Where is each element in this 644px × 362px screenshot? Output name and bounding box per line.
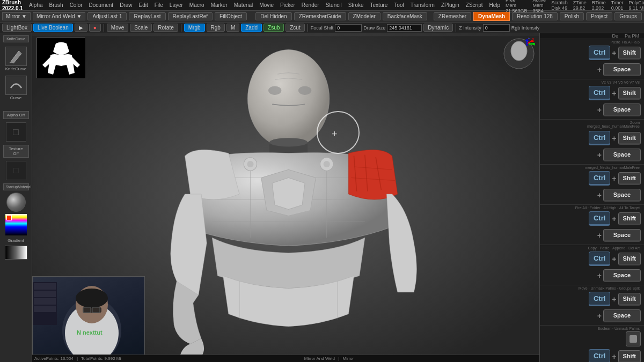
replay-last-ref-btn[interactable]: ReplayLastRef <box>168 12 213 20</box>
zcut-btn[interactable]: Zcut <box>286 24 304 32</box>
startup-material-btn[interactable]: StartupMaterial <box>3 183 29 190</box>
zadd-btn[interactable]: Zadd <box>241 24 262 32</box>
ctrl-key-2[interactable]: Ctrl <box>589 86 610 100</box>
ctrl-key-1[interactable]: Ctrl <box>589 46 610 60</box>
menu-render[interactable]: Render <box>299 2 322 9</box>
menu-file[interactable]: File <box>152 2 166 9</box>
space-key-1[interactable]: Space <box>603 63 641 76</box>
alpha-off-btn[interactable]: Alpha Off <box>3 111 29 119</box>
gradient-swatch[interactable] <box>5 246 27 260</box>
menu-layer[interactable]: Layer <box>167 2 186 9</box>
resolution-btn[interactable]: Resolution 128 <box>512 12 558 20</box>
space-key-3[interactable]: Space <box>603 149 641 161</box>
zmodeler-btn[interactable]: ZModeler <box>348 12 380 20</box>
rec-btn[interactable]: ● <box>89 24 101 32</box>
draw-size-input[interactable] <box>387 24 422 32</box>
shift-key-7[interactable]: Shift <box>618 293 641 306</box>
de-btn[interactable]: De <box>609 33 621 39</box>
mirror-dropdown[interactable]: Mirror ▼ <box>2 12 31 20</box>
curve-brush[interactable]: Curve <box>2 75 30 101</box>
texture-off-btn[interactable]: Texture Off <box>3 145 29 158</box>
menu-help[interactable]: Help <box>487 2 503 9</box>
lightbox-btn[interactable]: LightBox <box>2 24 32 32</box>
polish-btn[interactable]: Polish <box>560 12 584 20</box>
space-key-2[interactable]: Space <box>603 104 641 116</box>
pa-pm-btn[interactable]: Pa PM <box>622 33 642 39</box>
del-hidden-btn[interactable]: Del Hidden <box>255 12 291 20</box>
menu-texture[interactable]: Texture <box>368 2 391 9</box>
play-btn[interactable]: ▶ <box>75 24 87 32</box>
menu-color[interactable]: Color <box>67 2 85 9</box>
ctrl-key-4[interactable]: Ctrl <box>589 171 610 186</box>
menu-brush[interactable]: Brush <box>47 2 66 9</box>
menu-document[interactable]: Document <box>86 2 116 9</box>
zremesher-btn[interactable]: ZRemesher <box>434 12 471 20</box>
shift-key-1[interactable]: Shift <box>618 47 641 60</box>
menu-transform[interactable]: Transform <box>408 2 437 9</box>
menu-stroke[interactable]: Stroke <box>346 2 367 9</box>
ctrl-key-7[interactable]: Ctrl <box>589 292 610 306</box>
fill-object-btn[interactable]: FillObject <box>215 12 247 20</box>
menu-alpha[interactable]: Alpha <box>26 2 46 9</box>
lightbox-btn[interactable]: KnifeCurve <box>3 35 29 42</box>
plus-space-6: + <box>597 271 602 280</box>
menu-material[interactable]: Material <box>231 2 256 9</box>
dynamic-btn[interactable]: Dynamic <box>423 24 453 32</box>
shift-key-6[interactable]: Shift <box>618 253 641 265</box>
zremesher-guide-btn[interactable]: ZRemesherGuide <box>294 12 346 20</box>
plus-space-2: + <box>597 106 602 114</box>
mirror-and-weld-dropdown[interactable]: Mirror And Weld ▼ <box>33 12 85 20</box>
knife-curve-brush[interactable]: KnifeCurve <box>2 46 30 72</box>
shift-key-5[interactable]: Shift <box>618 212 641 225</box>
shift-key-3[interactable]: Shift <box>618 132 641 145</box>
v-labels: V2 V3 V4 V5 V6 V7 V8 <box>601 80 640 84</box>
ctrl-key-5[interactable]: Ctrl <box>589 211 610 226</box>
color-swatch[interactable] <box>5 214 27 235</box>
ctrl-key-6[interactable]: Ctrl <box>589 252 610 266</box>
menu-picker[interactable]: Picker <box>277 2 298 9</box>
boolean-icon[interactable] <box>626 331 641 346</box>
adjust-last-btn[interactable]: AdjustLast 1 <box>87 12 127 20</box>
ctrl-key-8[interactable]: Ctrl <box>589 349 610 362</box>
shift-key-8[interactable]: Shift <box>618 350 641 363</box>
zsub-btn[interactable]: Zsub <box>264 24 284 32</box>
gradient-label: Gradient <box>8 238 24 243</box>
canvas-area[interactable]: + X Y Z <box>32 33 539 362</box>
focal-shift-input[interactable] <box>335 24 362 32</box>
replay-last-btn[interactable]: ReplayLast <box>129 12 165 20</box>
material-sphere[interactable] <box>6 193 26 212</box>
dynameshed-btn[interactable]: DynaMesh <box>473 12 510 21</box>
texture-preview: □ <box>6 161 26 180</box>
scale-btn[interactable]: Scale <box>130 24 152 32</box>
ctrl-key-3[interactable]: Ctrl <box>589 131 610 145</box>
project-btn[interactable]: Project <box>586 12 612 20</box>
menu-macro[interactable]: Macro <box>187 2 207 9</box>
groups-btn[interactable]: Groups <box>614 12 642 20</box>
rotate-btn[interactable]: Rotate <box>153 24 178 32</box>
backface-mask-btn[interactable]: BackfaceMask <box>383 12 427 20</box>
menu-stencil[interactable]: Stencil <box>323 2 345 9</box>
menu-marker[interactable]: Marker <box>208 2 230 9</box>
menu-zscript[interactable]: ZScript <box>463 2 486 9</box>
live-boolean-btn[interactable]: Live Boolean <box>33 24 73 32</box>
rgb-btn[interactable]: Rgb <box>207 24 225 32</box>
viewport[interactable]: + X Y Z <box>32 33 539 362</box>
menu-draw[interactable]: Draw <box>117 2 135 9</box>
menu-edit[interactable]: Edit <box>136 2 150 9</box>
menu-zplugin[interactable]: ZPlugin <box>438 2 462 9</box>
z-intensity-input[interactable] <box>483 24 510 32</box>
space-key-4[interactable]: Space <box>603 189 641 202</box>
space-key-6[interactable]: Space <box>603 269 641 282</box>
move-btn[interactable]: Move <box>107 24 128 32</box>
shift-key-4[interactable]: Shift <box>618 172 641 185</box>
mrgb-btn[interactable]: Mrgb <box>184 24 205 32</box>
shortcut-keys-6: Ctrl + Shift <box>541 250 643 268</box>
m-btn[interactable]: M <box>226 24 239 32</box>
nav-gizmo[interactable]: X Y Z <box>503 38 535 70</box>
space-key-7[interactable]: Space <box>603 309 641 322</box>
shift-key-2[interactable]: Shift <box>618 87 641 100</box>
space-key-5[interactable]: Space <box>603 229 641 242</box>
z-intensity-label: Z Intensity <box>459 25 481 31</box>
menu-movie[interactable]: Movie <box>257 2 276 9</box>
menu-tool[interactable]: Tool <box>391 2 406 9</box>
